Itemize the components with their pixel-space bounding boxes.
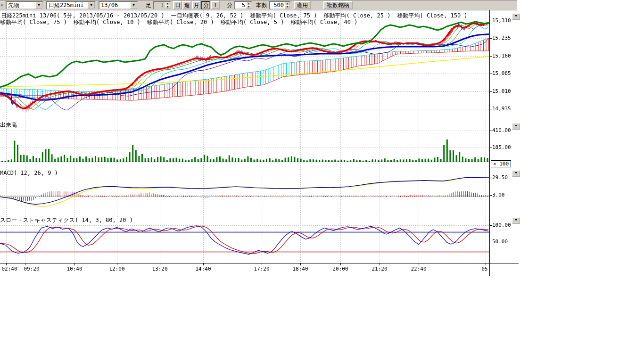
price-axis-label: 14,935 [492, 106, 511, 112]
minute-value: 5 [235, 2, 246, 8]
stochastics-pane-label: スロー・ストキャスティクス( 14, 3, 80, 20 ) [0, 216, 133, 224]
time-axis-label: 10:40 [66, 266, 82, 272]
minute-spinner[interactable]: 5 ▲▼ [234, 1, 252, 9]
legend-item: 移動平均( Close, 10 ) [74, 19, 140, 25]
time-axis-label: 09:20 [24, 266, 39, 272]
symbol-value: 日経225mini [47, 2, 88, 8]
time-axis-label: 05 [481, 266, 487, 272]
stoch-axis-label: 100.00 [492, 222, 511, 228]
price-axis-label: 15,085 [492, 70, 511, 76]
instrument-type-value: 先物 [7, 2, 35, 8]
time-axis-label: 18:40 [292, 266, 308, 272]
contract-month-combo[interactable]: 13/06 ▼ [99, 1, 138, 9]
price-axis-label: 15,235 [492, 35, 511, 41]
legend-item: 日経225mini 13/06( 5分, 2013/05/16 - 2013/0… [1, 12, 165, 19]
apply-button[interactable]: 適用 [294, 1, 311, 9]
trading-app-window: ▼ 先物 ▼ 日経225mini ▼ 13/06 ▼ 足 1 ▲▼ 日 週 月 … [0, 0, 644, 362]
toolbar: ▼ 先物 ▼ 日経225mini ▼ 13/06 ▼ 足 1 ▲▼ 日 週 月 … [0, 0, 517, 10]
time-axis-label: 12:00 [109, 266, 124, 272]
multi-symbol-button[interactable]: 複数銘柄 [323, 1, 353, 9]
legend-item: 移動平均( Close, 150 ) [397, 12, 467, 19]
chevron-down-icon[interactable]: ▼ [35, 2, 42, 8]
legend-item: 一目均衡表( 9, 26, 52 ) [171, 12, 244, 19]
macd-axis-label: 29.50 [492, 174, 508, 181]
period-minute-button[interactable]: 分 [201, 1, 210, 9]
pane-settings-dropdown-button[interactable]: ▼ [512, 217, 520, 224]
pane-settings-dropdown-button[interactable]: ▼ [512, 170, 520, 177]
volume-multiplier-badge: × 100 [491, 160, 511, 167]
spinner-arrows-icon[interactable]: ▲▼ [246, 2, 251, 8]
interval-spinner: 1 ▲▼ [153, 1, 171, 9]
period-week-button[interactable]: 週 [182, 1, 191, 9]
clipped-combo-arrow-icon[interactable]: ▼ [0, 1, 4, 9]
pane-settings-dropdown-button[interactable]: ▼ [512, 13, 520, 20]
period-month-button[interactable]: 月 [192, 1, 201, 9]
bar-count-label: 本数 [256, 1, 267, 9]
period-tick-button[interactable]: T [211, 1, 220, 9]
minute-label: 分 [227, 1, 232, 9]
volume-axis-label: 185.00 [492, 144, 511, 150]
chart-canvas[interactable] [0, 0, 644, 362]
macd-pane-label: MACD( 12, 26, 9 ) [0, 170, 58, 176]
spinner-arrows-icon[interactable]: ▲▼ [285, 2, 290, 8]
bar-type-label: 足 [146, 1, 151, 9]
legend-item: 移動平均( Close, 75 ) [0, 19, 67, 25]
time-axis-label: 22:40 [411, 266, 426, 272]
bar-count-spinner[interactable]: 500 ▲▼ [269, 1, 291, 9]
price-axis-label: 15,160 [492, 53, 511, 59]
symbol-combo[interactable]: 日経225mini ▼ [46, 1, 96, 9]
price-axis-label: 15,010 [492, 88, 511, 94]
macd-axis-label: 3.00 [492, 192, 505, 198]
period-day-button[interactable]: 日 [173, 1, 182, 9]
legend-item: 移動平均( Close, 5 ) [221, 19, 284, 25]
price-pane-legend-row2: 移動平均( Close, 75 )移動平均( Close, 10 )移動平均( … [0, 18, 364, 26]
legend-item: 移動平均( Close, 20 ) [147, 19, 214, 25]
instrument-type-combo[interactable]: 先物 ▼ [6, 1, 43, 9]
chevron-down-icon[interactable]: ▼ [130, 2, 137, 8]
time-axis-label: 20:00 [332, 266, 348, 272]
legend-item: 移動平均( Close, 40 ) [290, 19, 357, 25]
time-axis-label: 14:40 [195, 266, 211, 272]
contract-month-value: 13/06 [99, 2, 130, 8]
time-axis-label: 17:20 [254, 266, 269, 272]
time-axis-label: 13:20 [152, 266, 167, 272]
volume-pane-label: 出来高 [0, 121, 17, 129]
chevron-down-icon[interactable]: ▼ [88, 2, 95, 8]
pane-settings-dropdown-button[interactable]: ▼ [512, 123, 520, 130]
stoch-axis-label: 50.00 [492, 239, 508, 245]
legend-item: 移動平均( Close, 25 ) [324, 12, 391, 19]
time-axis-label: 21:20 [372, 266, 387, 272]
time-axis-label: 02:40 [1, 266, 17, 272]
bar-count-value: 500 [270, 2, 285, 8]
interval-value: 1 [154, 2, 165, 8]
price-axis-label: 15,310 [492, 17, 511, 24]
volume-axis-label: 410.00 [492, 127, 511, 133]
spinner-arrows-icon: ▲▼ [165, 2, 170, 8]
legend-item: 移動平均( Close, 75 ) [250, 12, 317, 19]
